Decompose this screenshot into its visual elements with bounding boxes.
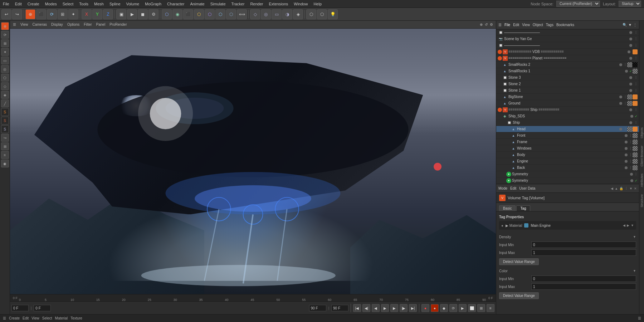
menu-modes[interactable]: Modes	[45, 2, 57, 6]
obj-row-sym2[interactable]: ● Symmetry ✓	[496, 177, 639, 184]
left-icon-move[interactable]: ⊕	[1, 22, 9, 30]
axis-z-btn[interactable]: Z	[103, 9, 113, 19]
menu-mograph[interactable]: MoGraph	[145, 2, 161, 6]
obj-row-stone2[interactable]: 🔲 Stone 2 ⋮	[496, 81, 639, 87]
obj-row-ground[interactable]: ▲ Ground ⋮	[496, 100, 639, 107]
bottom-tab-edit[interactable]: Edit	[23, 316, 29, 320]
left-icon-select-free[interactable]: ⬠	[1, 74, 9, 82]
render-settings-btn[interactable]: ⚙	[148, 9, 158, 19]
attr-tab-basic[interactable]: Basic	[499, 205, 516, 211]
sphere-btn[interactable]: ◉	[172, 9, 182, 19]
bpx-btn[interactable]: ⬡	[317, 9, 327, 19]
attr-tab-edit[interactable]: Edit	[510, 186, 516, 190]
next-frame-btn[interactable]: ▶	[390, 304, 398, 312]
obj-row-planet[interactable]: V =========== Planet =========== ⋮	[496, 55, 639, 62]
left-icon-s2[interactable]: S	[1, 117, 9, 125]
menu-file[interactable]: File	[3, 2, 9, 6]
grid-tc-btn[interactable]: ⊞	[477, 304, 485, 312]
scale-btn[interactable]: ⊞	[58, 9, 68, 19]
prev-frame-btn[interactable]: ◀	[372, 304, 380, 312]
target-btn[interactable]: ◈	[293, 9, 303, 19]
menu-simulate[interactable]: Simulate	[210, 2, 226, 6]
menu-render[interactable]: Render	[250, 2, 263, 6]
frame-end-field1[interactable]	[309, 305, 326, 311]
obj-row-front[interactable]: ▲ Front ⋮	[496, 132, 639, 139]
hamburger-bottom[interactable]: ☰	[3, 316, 6, 320]
viewport-tab-display[interactable]: Display	[51, 23, 63, 26]
left-icon-transform[interactable]: ✦	[1, 48, 9, 56]
menu-edit[interactable]: Edit	[15, 2, 22, 6]
hamburger-bottom-right[interactable]: ☰	[638, 316, 641, 320]
strip-client[interactable]: Client Browser	[640, 146, 644, 167]
material-btn[interactable]: ◎	[261, 9, 271, 19]
redo-btn[interactable]: ↪	[12, 9, 22, 19]
left-icon-circle-tool[interactable]: ◉	[1, 160, 9, 167]
mat-dropdown[interactable]: ▼	[631, 224, 634, 227]
viewport-settings-icon[interactable]: ⚙	[490, 23, 493, 26]
viewport-tab-options[interactable]: Options	[67, 23, 79, 26]
sky-btn[interactable]: ◑	[282, 9, 292, 19]
go-end-btn[interactable]: ▶|	[409, 304, 417, 312]
bottom-tab-create[interactable]: Create	[9, 316, 20, 320]
obj-row-ship-sds[interactable]: ◈ Ship_SDS ✓	[496, 113, 639, 119]
obj-row-stone1[interactable]: 🔲 Stone 1 ⋮	[496, 87, 639, 94]
obj-row-1[interactable]: 🔲 —————————— ⋮	[496, 29, 639, 36]
attr-nav-lock[interactable]: 🔒	[619, 187, 623, 190]
frame-start-field[interactable]	[11, 305, 29, 311]
left-icon-select-rect[interactable]: ▭	[1, 57, 9, 64]
strip-structure[interactable]: Structure	[640, 194, 644, 208]
search-icon[interactable]: 🔍	[623, 23, 627, 27]
filter-icon[interactable]: ▼	[628, 23, 632, 27]
render-btn[interactable]: ◼	[138, 9, 148, 19]
viewport[interactable]	[10, 29, 496, 294]
obj-tab-edit[interactable]: Edit	[513, 23, 519, 27]
select-all-btn[interactable]: ⬛	[36, 9, 46, 19]
obj-row-stone3[interactable]: 🔲 Stone 3 ⋮	[496, 74, 639, 81]
play-btn[interactable]: ▶	[127, 9, 137, 19]
cube-btn[interactable]: ⬡	[162, 9, 172, 19]
go-start-btn[interactable]: |◀	[353, 304, 361, 312]
attr-tab-mode[interactable]: Mode	[498, 186, 507, 190]
playback-btn[interactable]: ▶	[459, 304, 467, 312]
render-full-btn[interactable]: ⬜	[468, 304, 476, 312]
light-btn[interactable]: ⬡	[194, 9, 204, 19]
density-expand[interactable]: ▼	[633, 235, 636, 239]
bottom-tab-material[interactable]: Material	[55, 316, 68, 320]
detect-btn-density[interactable]: Detect Value Range	[499, 258, 539, 265]
mat-arrow-right[interactable]: ▶	[627, 224, 629, 227]
viewport-move-icon[interactable]: ⊕	[480, 23, 483, 26]
bottom-tab-select[interactable]: Select	[42, 316, 52, 320]
floor-btn[interactable]: ▭	[272, 9, 282, 19]
bottom-tab-view[interactable]: View	[31, 316, 39, 320]
menu-mesh[interactable]: Mesh	[94, 2, 104, 6]
record-btn[interactable]: ●	[421, 304, 429, 312]
axis-y-btn[interactable]: Y	[92, 9, 102, 19]
camera-btn[interactable]: ⬡	[205, 9, 215, 19]
attr-nav-extra[interactable]: ▼	[629, 187, 633, 190]
axis-x-btn[interactable]: X	[82, 9, 92, 19]
mirror-btn[interactable]: ⟺	[237, 9, 247, 19]
attr-nav-up[interactable]: ▲	[615, 187, 618, 190]
viewport-tab-prorender[interactable]: ProRender	[109, 23, 127, 26]
bottom-tab-texture[interactable]: Texture	[70, 316, 82, 320]
rotate-btn[interactable]: ⟳	[47, 9, 57, 19]
obj-tab-object[interactable]: Object	[533, 23, 543, 27]
menu-window[interactable]: Window	[294, 2, 308, 6]
obj-row-back[interactable]: ▲ Back ⋮	[496, 165, 639, 171]
left-icon-s[interactable]: S	[1, 108, 9, 116]
obj-row-3[interactable]: 🔲 —————————— ⋮	[496, 42, 639, 49]
obj-row-frame[interactable]: ▲ Frame ⋮	[496, 139, 639, 145]
render-region-btn[interactable]: ▣	[116, 9, 126, 19]
more-icon[interactable]: ⋮	[633, 23, 637, 27]
keyframe-btn[interactable]: ◆	[440, 304, 448, 312]
obj-row-ship-section[interactable]: V ========== Ship ========== ⋮	[496, 107, 639, 113]
attr-tab-tag[interactable]: Tag	[516, 205, 530, 211]
strip-attributes[interactable]: Attributes	[640, 174, 644, 187]
menu-character[interactable]: Character	[167, 2, 184, 6]
array-btn[interactable]: ⬡	[215, 9, 225, 19]
motion-btn[interactable]: ⟳	[449, 304, 457, 312]
obj-tab-bookmarks[interactable]: Bookmarks	[556, 23, 574, 27]
extra-btn[interactable]: ≡	[487, 304, 494, 312]
strip-objects[interactable]: Objects	[640, 127, 644, 138]
obj-row-head[interactable]: ▲ Head ⋮	[496, 126, 639, 132]
